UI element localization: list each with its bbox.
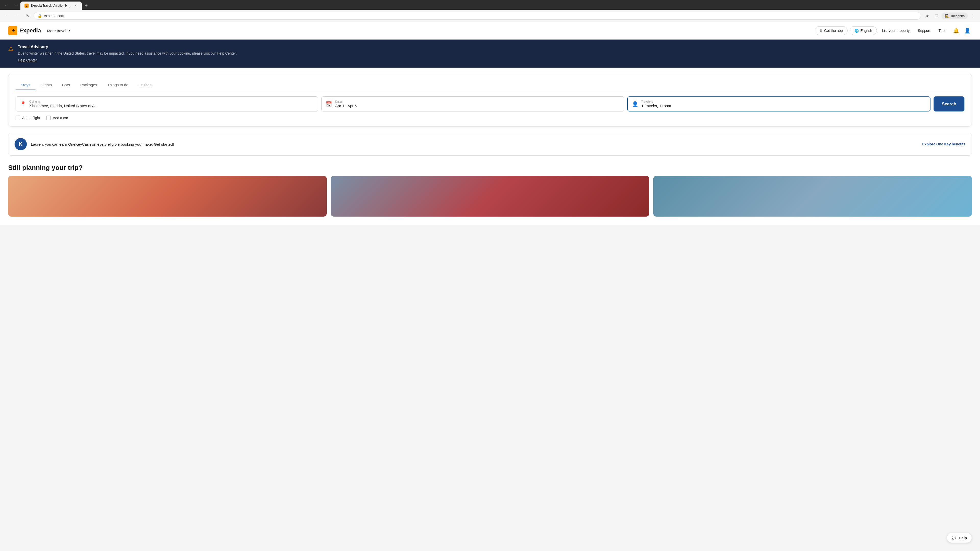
destination-content: Going to Kissimmee, Florida, United Stat… — [29, 100, 98, 108]
calendar-icon: 📅 — [326, 101, 332, 107]
dates-label: Dates — [335, 100, 356, 103]
back-button[interactable]: ← — [3, 12, 11, 20]
destination-value: Kissimmee, Florida, United States of A..… — [29, 103, 98, 108]
get-app-label: Get the app — [824, 29, 843, 33]
tab-stays[interactable]: Stays — [16, 80, 35, 90]
incognito-icon: 🕵 — [945, 14, 950, 18]
dates-field[interactable]: 📅 Dates Apr 1 - Apr 6 — [321, 97, 624, 111]
warning-icon: ⚠ — [8, 45, 14, 52]
destination-label: Going to — [29, 100, 98, 103]
tab-cars[interactable]: Cars — [57, 80, 75, 90]
advisory-text: Due to winter weather in the United Stat… — [18, 51, 237, 56]
list-property-label: List your property — [882, 29, 910, 33]
list-property-button[interactable]: List your property — [879, 27, 913, 35]
add-flight-checkbox[interactable] — [16, 116, 20, 120]
extension-btn[interactable]: □ — [932, 12, 940, 20]
support-button[interactable]: Support — [915, 27, 933, 35]
explore-onekey-link[interactable]: Explore One Key benefits — [922, 142, 966, 146]
trips-button[interactable]: Trips — [935, 27, 950, 35]
globe-icon: 🌐 — [854, 29, 859, 33]
bookmark-btn[interactable]: ★ — [923, 12, 931, 20]
download-icon: ⬇ — [819, 29, 822, 33]
travelers-icon: 👤 — [632, 101, 638, 107]
tab-favicon: E — [24, 3, 29, 8]
notifications-button[interactable]: 🔔 — [951, 26, 961, 35]
travelers-label: Travelers — [641, 100, 671, 103]
travel-card-1[interactable] — [8, 176, 327, 217]
website-content: ✈ Expedia More travel ▼ ⬇ Get the app 🌐 … — [0, 22, 980, 225]
more-travel-button[interactable]: More travel ▼ — [47, 29, 71, 33]
dates-content: Dates Apr 1 - Apr 6 — [335, 100, 356, 108]
more-options-btn[interactable]: ⋮ — [969, 12, 977, 20]
lock-icon: 🔒 — [38, 14, 42, 18]
new-tab-btn[interactable]: + — [83, 2, 90, 9]
reload-button[interactable]: ↻ — [24, 12, 32, 20]
account-button[interactable]: 👤 — [963, 26, 972, 35]
support-label: Support — [918, 29, 930, 33]
add-flight-checkbox-label[interactable]: Add a flight — [16, 116, 40, 120]
site-header: ✈ Expedia More travel ▼ ⬇ Get the app 🌐 … — [0, 22, 980, 40]
get-app-button[interactable]: ⬇ Get the app — [815, 26, 848, 35]
window-controls: ← → — [2, 2, 21, 10]
incognito-label: Incognito — [951, 14, 965, 18]
toolbar-actions: ★ □ 🕵 Incognito ⋮ — [923, 12, 977, 20]
logo-text: Expedia — [19, 27, 41, 34]
url-display: expedia.com — [44, 14, 917, 18]
add-flight-label: Add a flight — [22, 116, 40, 120]
add-car-checkbox-label[interactable]: Add a car — [46, 116, 68, 120]
advisory-banner: ⚠ Travel Advisory Due to winter weather … — [0, 40, 980, 68]
onekey-message: Lauren, you can earn OneKeyCash on every… — [31, 142, 918, 146]
tab-things-to-do[interactable]: Things to do — [102, 80, 134, 90]
search-button[interactable]: Search — [934, 97, 964, 111]
destination-field[interactable]: 📍 Going to Kissimmee, Florida, United St… — [16, 97, 318, 111]
expedia-logo[interactable]: ✈ Expedia — [8, 26, 41, 35]
travelers-content: Travelers 1 traveler, 1 room — [641, 100, 671, 108]
user-icon: 👤 — [964, 27, 970, 34]
travelers-value: 1 traveler, 1 room — [641, 103, 671, 108]
forward-button[interactable]: → — [13, 12, 21, 20]
search-widget: Stays Flights Cars Packages Things to do… — [8, 74, 972, 127]
tab-cruises[interactable]: Cruises — [134, 80, 157, 90]
browser-chrome: ← → E Expedia Travel: Vacation Hom... ✕ … — [0, 0, 980, 22]
search-extras: Add a flight Add a car — [16, 116, 964, 120]
location-icon: 📍 — [20, 101, 26, 107]
language-label: English — [860, 29, 872, 33]
tab-flights[interactable]: Flights — [35, 80, 57, 90]
tab-title: Expedia Travel: Vacation Hom... — [30, 4, 72, 7]
travelers-field[interactable]: 👤 Travelers 1 traveler, 1 room — [627, 97, 931, 111]
address-bar[interactable]: 🔒 expedia.com — [34, 12, 921, 20]
incognito-badge: 🕵 Incognito — [942, 13, 968, 19]
header-actions: ⬇ Get the app 🌐 English List your proper… — [815, 26, 972, 35]
planning-section-title: Still planning your trip? — [0, 162, 980, 176]
add-car-label: Add a car — [53, 116, 68, 120]
trips-label: Trips — [939, 29, 946, 33]
dates-value: Apr 1 - Apr 6 — [335, 103, 356, 108]
active-tab[interactable]: E Expedia Travel: Vacation Hom... ✕ — [21, 2, 82, 10]
tab-bar: ← → E Expedia Travel: Vacation Hom... ✕ … — [0, 0, 980, 10]
search-tabs: Stays Flights Cars Packages Things to do… — [16, 80, 964, 90]
tab-packages[interactable]: Packages — [75, 80, 102, 90]
travel-card-2[interactable] — [331, 176, 649, 217]
language-button[interactable]: 🌐 English — [850, 26, 877, 35]
search-fields: 📍 Going to Kissimmee, Florida, United St… — [16, 97, 964, 111]
add-car-checkbox[interactable] — [46, 116, 51, 120]
tab-close-btn[interactable]: ✕ — [73, 3, 78, 8]
avatar: K — [14, 138, 27, 150]
advisory-content: Travel Advisory Due to winter weather in… — [18, 44, 237, 62]
bell-icon: 🔔 — [953, 27, 959, 34]
forward-nav-btn[interactable]: → — [12, 2, 21, 10]
more-travel-label: More travel — [47, 29, 66, 33]
browser-toolbar: ← → ↻ 🔒 expedia.com ★ □ 🕵 Incognito ⋮ — [0, 10, 980, 22]
travel-card-3[interactable] — [653, 176, 972, 217]
onekey-banner: K Lauren, you can earn OneKeyCash on eve… — [8, 133, 972, 156]
advisory-title: Travel Advisory — [18, 44, 237, 49]
logo-icon: ✈ — [8, 26, 18, 35]
chevron-down-icon: ▼ — [68, 29, 71, 32]
travel-cards — [0, 176, 980, 225]
advisory-help-center-link[interactable]: Help Center — [18, 58, 37, 62]
back-nav-btn[interactable]: ← — [2, 2, 10, 10]
